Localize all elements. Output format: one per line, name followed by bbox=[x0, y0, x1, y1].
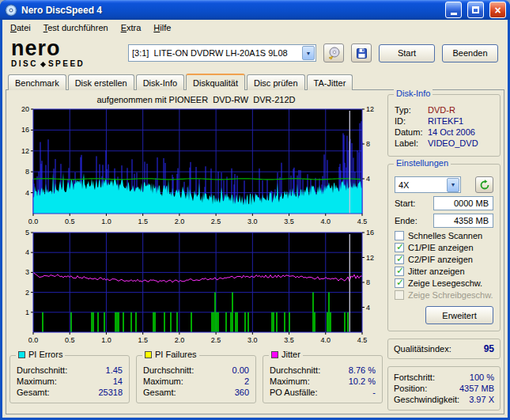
checkbox-row[interactable]: Zeige Lesegeschw. bbox=[395, 278, 493, 288]
stat-label: Maximum: bbox=[270, 376, 310, 386]
svg-text:12: 12 bbox=[366, 254, 374, 262]
svg-text:8: 8 bbox=[25, 168, 29, 176]
stat-label: Maximum: bbox=[17, 376, 57, 386]
refresh-icon bbox=[479, 180, 490, 191]
checkbox-c1-pie-anzeigen[interactable] bbox=[395, 243, 404, 252]
disk-date-label: Datum: bbox=[395, 127, 428, 137]
stat-value: 25318 bbox=[98, 388, 123, 397]
speed-label: Geschwindigkeit: bbox=[394, 395, 459, 404]
svg-text:2.5: 2.5 bbox=[211, 336, 221, 344]
svg-text:4.0: 4.0 bbox=[321, 336, 331, 344]
checkbox-schnelles-scannen[interactable] bbox=[395, 231, 404, 240]
tab-diskqualitaet[interactable]: Diskqualität bbox=[186, 74, 245, 90]
svg-text:4: 4 bbox=[366, 304, 370, 312]
menu-extra[interactable]: Extra bbox=[115, 21, 148, 34]
stat-label: Gesamt: bbox=[17, 388, 50, 397]
start-button[interactable]: Start bbox=[379, 44, 435, 62]
checkbox-row[interactable]: Jitter anzeigen bbox=[395, 267, 493, 276]
svg-text:4: 4 bbox=[25, 248, 29, 256]
checkbox-zeige-schreibgeschw bbox=[395, 290, 404, 300]
svg-text:1.0: 1.0 bbox=[101, 218, 111, 225]
stat-value: 14 bbox=[113, 376, 123, 386]
sidebar: Disk-Info Typ:DVD-R ID:RITEKF1 Datum:14 … bbox=[387, 94, 501, 411]
floppy-icon bbox=[356, 47, 368, 59]
speed-select[interactable]: 4X ▼ bbox=[395, 176, 461, 193]
disk-id-value: RITEKF1 bbox=[428, 116, 463, 126]
stats-row: PI Errors Durchschnitt:1.45 Maximum:14 G… bbox=[9, 355, 383, 403]
menu-datei[interactable]: Datei bbox=[4, 21, 37, 34]
pi-failures-statbox: PI Failures Durchschnitt:0.00 Maximum:2 … bbox=[136, 355, 256, 403]
settings-title: Einstellungen bbox=[394, 158, 451, 168]
svg-text:16: 16 bbox=[366, 229, 374, 236]
maximize-button[interactable] bbox=[467, 2, 484, 18]
checkbox-row[interactable]: C2/PIF anzeigen bbox=[395, 255, 493, 264]
end-position-field[interactable]: 4358 MB bbox=[433, 214, 493, 228]
svg-text:0.5: 0.5 bbox=[65, 336, 75, 344]
checkbox-jitter-anzeigen[interactable] bbox=[395, 267, 404, 276]
svg-text:1.0: 1.0 bbox=[101, 336, 111, 344]
svg-text:3.5: 3.5 bbox=[284, 218, 294, 225]
tab-disc-pruefen[interactable]: Disc prüfen bbox=[247, 74, 305, 90]
save-button[interactable] bbox=[351, 44, 372, 62]
checkbox-row[interactable]: C1/PIE anzeigen bbox=[395, 243, 493, 252]
refresh-speed-button[interactable] bbox=[475, 176, 493, 193]
tabstrip: Benchmark Disk erstellen Disk-Info Diskq… bbox=[2, 71, 508, 90]
quit-button[interactable]: Beenden bbox=[442, 44, 498, 62]
tab-disk-info[interactable]: Disk-Info bbox=[136, 74, 184, 90]
diskqualitaet-page: aufgenommen mit PIONEER DVD-RW DVR-212D … bbox=[6, 89, 504, 414]
stat-value: 8.76 % bbox=[349, 365, 376, 375]
disk-date-value: 14 Oct 2006 bbox=[428, 127, 475, 137]
menu-hilfe[interactable]: Hilfe bbox=[147, 21, 177, 34]
tab-disk-erstellen[interactable]: Disk erstellen bbox=[68, 74, 134, 90]
svg-text:12: 12 bbox=[366, 106, 374, 113]
drive-select[interactable]: [3:1] LITE-ON DVDRW LH-20A1S 9L08 ▼ bbox=[128, 44, 316, 62]
checkbox-label: C1/PIE anzeigen bbox=[408, 243, 474, 252]
disk-info-group: Disk-Info Typ:DVD-R ID:RITEKF1 Datum:14 … bbox=[387, 94, 501, 157]
checkbox-label: Schnelles Scannen bbox=[408, 231, 482, 240]
svg-text:5: 5 bbox=[25, 229, 29, 236]
advanced-button[interactable]: Erweitert bbox=[425, 306, 493, 324]
svg-text:3.0: 3.0 bbox=[247, 336, 258, 344]
pi-failures-color-swatch bbox=[145, 351, 152, 358]
start-position-field[interactable]: 0000 MB bbox=[433, 196, 493, 210]
window-frame: Datei Test durchführen Extra Hilfe nero … bbox=[2, 20, 508, 418]
drive-select-value: [3:1] LITE-ON DVDRW LH-20A1S 9L08 bbox=[129, 48, 301, 58]
checkbox-row[interactable]: Schnelles Scannen bbox=[395, 231, 493, 240]
svg-text:8: 8 bbox=[366, 278, 370, 286]
jitter-color-swatch bbox=[271, 351, 278, 358]
disk-label-label: Label: bbox=[395, 138, 428, 148]
menubar: Datei Test durchführen Extra Hilfe bbox=[2, 20, 508, 36]
svg-text:2.0: 2.0 bbox=[175, 336, 185, 344]
svg-text:3: 3 bbox=[25, 268, 29, 276]
menu-test-durchfuehren[interactable]: Test durchführen bbox=[37, 21, 115, 34]
logo-speed-text: SPEED bbox=[48, 60, 85, 68]
checkbox-c2-pif-anzeigen[interactable] bbox=[395, 255, 404, 264]
stat-label: Maximum: bbox=[143, 376, 183, 386]
svg-text:0.0: 0.0 bbox=[28, 336, 39, 344]
tab-benchmark[interactable]: Benchmark bbox=[8, 74, 66, 90]
quality-index-value: 95 bbox=[484, 343, 494, 354]
stat-value: 10.2 % bbox=[349, 376, 376, 386]
svg-text:2: 2 bbox=[25, 289, 29, 297]
minimize-button[interactable] bbox=[445, 2, 462, 18]
checkbox-label: Jitter anzeigen bbox=[408, 267, 465, 276]
eject-disc-button[interactable] bbox=[323, 44, 344, 62]
progress-value: 100 % bbox=[470, 373, 494, 382]
chevron-down-icon[interactable]: ▼ bbox=[447, 178, 459, 192]
start-position-label: Start: bbox=[395, 199, 415, 208]
settings-group: Einstellungen 4X ▼ bbox=[387, 164, 501, 331]
close-button[interactable]: × bbox=[489, 2, 506, 18]
svg-text:4.5: 4.5 bbox=[357, 336, 368, 344]
svg-text:2.5: 2.5 bbox=[211, 218, 221, 225]
chevron-down-icon[interactable]: ▼ bbox=[302, 46, 315, 60]
chart-column: aufgenommen mit PIONEER DVD-RW DVR-212D … bbox=[9, 94, 383, 411]
checkbox-zeige-lesegeschw[interactable] bbox=[395, 278, 404, 288]
svg-text:1.5: 1.5 bbox=[138, 218, 148, 225]
stat-label: Durchschnitt: bbox=[143, 365, 194, 375]
svg-text:0.0: 0.0 bbox=[28, 218, 39, 225]
titlebar: Nero DiscSpeed 4 × bbox=[0, 0, 510, 20]
jitter-statbox: Jitter Durchschnitt:8.76 % Maximum:10.2 … bbox=[263, 355, 383, 403]
quality-index-box: Qualitätsindex: 95 bbox=[387, 339, 501, 359]
tab-ta-jitter[interactable]: TA-Jitter bbox=[307, 74, 353, 90]
disk-id-label: ID: bbox=[395, 116, 428, 126]
